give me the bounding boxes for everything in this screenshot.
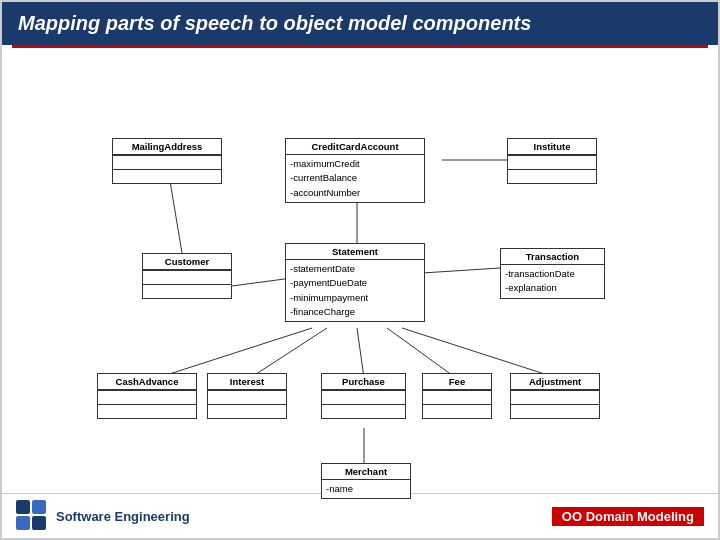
box-body: -name [322, 480, 410, 498]
slide-title: Mapping parts of speech to object model … [2, 2, 718, 45]
box-title: MailingAddress [113, 139, 221, 155]
box-title: Interest [208, 374, 286, 390]
box-customer: Customer [142, 253, 232, 299]
box-body: -transactionDate -explanation [501, 265, 604, 298]
footer: Software Engineering OO Domain Modeling [2, 493, 718, 538]
footer-right-text: OO Domain Modeling [552, 507, 704, 526]
box-title: Statement [286, 244, 424, 260]
svg-line-4 [422, 268, 500, 273]
svg-line-9 [402, 328, 557, 378]
footer-logo-icon [16, 500, 48, 532]
svg-rect-12 [32, 500, 46, 514]
svg-line-5 [157, 328, 312, 378]
svg-rect-14 [32, 516, 46, 530]
svg-line-6 [250, 328, 327, 378]
box-title: Merchant [322, 464, 410, 480]
box-adjustment: Adjustment [510, 373, 600, 419]
svg-rect-13 [16, 516, 30, 530]
diagram-area: MailingAddress CreditCardAccount -maximu… [2, 48, 718, 493]
svg-line-7 [357, 328, 364, 378]
title-text: Mapping parts of speech to object model … [18, 12, 531, 34]
box-cash-advance: CashAdvance [97, 373, 197, 419]
box-credit-card-account: CreditCardAccount -maximumCredit -curren… [285, 138, 425, 203]
box-title: Fee [423, 374, 491, 390]
footer-left: Software Engineering [16, 500, 190, 532]
box-merchant: Merchant -name [321, 463, 411, 499]
box-title: Purchase [322, 374, 405, 390]
svg-line-8 [387, 328, 456, 378]
box-purchase: Purchase [321, 373, 406, 419]
box-transaction: Transaction -transactionDate -explanatio… [500, 248, 605, 299]
footer-left-text: Software Engineering [56, 509, 190, 524]
box-fee: Fee [422, 373, 492, 419]
box-body: -maximumCredit -currentBalance -accountN… [286, 155, 424, 202]
box-body: -statementDate -paymentDueDate -minimump… [286, 260, 424, 321]
box-title: Adjustment [511, 374, 599, 390]
box-title: Institute [508, 139, 596, 155]
box-title: Customer [143, 254, 231, 270]
slide: Mapping parts of speech to object model … [0, 0, 720, 540]
box-statement: Statement -statementDate -paymentDueDate… [285, 243, 425, 322]
box-institute: Institute [507, 138, 597, 184]
box-interest: Interest [207, 373, 287, 419]
box-title: Transaction [501, 249, 604, 265]
box-mailing-address: MailingAddress [112, 138, 222, 184]
box-title: CreditCardAccount [286, 139, 424, 155]
box-title: CashAdvance [98, 374, 196, 390]
svg-rect-11 [16, 500, 30, 514]
